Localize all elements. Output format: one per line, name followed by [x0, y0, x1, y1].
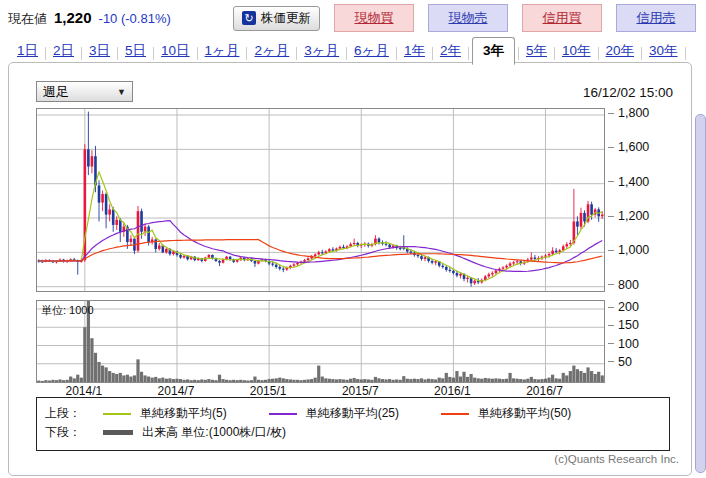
refresh-icon: ↻: [242, 11, 256, 25]
cash-buy-button[interactable]: 現物買: [334, 4, 414, 32]
legend-upper-title: 上段：: [45, 405, 81, 422]
tab-1ヶ月[interactable]: 1ヶ月: [198, 42, 247, 63]
cash-sell-button[interactable]: 現物売: [428, 4, 508, 32]
tab-separator: [468, 47, 469, 60]
tab-3日[interactable]: 3日: [82, 42, 117, 63]
x-axis-label: 2016/7: [526, 384, 563, 398]
tab-10年[interactable]: 10年: [555, 42, 598, 63]
legend-lower-row: 下段： 出来高 単位:(1000株/口/枚): [45, 423, 661, 442]
x-axis-label: 2015/7: [342, 384, 379, 398]
tab-3年[interactable]: 3年: [472, 37, 515, 65]
ma-line-swatch: [103, 413, 131, 415]
price-axis-label: 1,400: [608, 175, 649, 189]
header-actions: ↻ 株価更新 現物買現物売信用買信用売: [233, 4, 696, 32]
legend-lower-title: 下段：: [45, 424, 81, 441]
volume-axis-label: 150: [608, 318, 639, 332]
refresh-label: 株価更新: [261, 10, 311, 27]
margin-sell-button[interactable]: 信用売: [616, 4, 696, 32]
tab-1年[interactable]: 1年: [397, 42, 432, 63]
chart-legend: 上段： 単純移動平均(5)単純移動平均(25)単純移動平均(50) 下段： 出来…: [36, 397, 670, 451]
tab-5日[interactable]: 5日: [118, 42, 153, 63]
x-axis-label: 2015/1: [250, 384, 287, 398]
tab-20年[interactable]: 20年: [599, 42, 642, 63]
interval-select[interactable]: 週足 ▼: [36, 81, 133, 102]
price-axis-label: 1,800: [608, 106, 649, 120]
ma-line-swatch: [441, 413, 469, 415]
quote-header: 現在値 1,220 -10 (-0.81%) ↻ 株価更新 現物買現物売信用買信…: [8, 4, 698, 32]
current-price-value: 1,220: [54, 9, 92, 26]
period-tabs: 1日2日3日5日10日1ヶ月2ヶ月3ヶ月6ヶ月1年2年3年5年10年20年30年: [10, 40, 686, 63]
price-axis-label: 1,200: [608, 209, 649, 223]
tab-10日[interactable]: 10日: [154, 42, 197, 63]
refresh-quote-button[interactable]: ↻ 株価更新: [233, 6, 320, 31]
volume-axis-label: 200: [608, 300, 639, 314]
tab-30年[interactable]: 30年: [642, 42, 685, 63]
ma-legend-label: 単純移動平均(5): [140, 405, 227, 422]
price-change: -10 (-0.81%): [99, 11, 171, 26]
price-axis-label: 1,600: [608, 140, 649, 154]
ma-line-swatch: [269, 413, 297, 415]
copyright: (c)Quants Research Inc.: [554, 453, 679, 465]
chevron-down-icon: ▼: [117, 87, 126, 97]
quote-timestamp: 16/12/02 15:00: [583, 85, 673, 100]
x-axis-label: 2016/1: [434, 384, 471, 398]
tab-3ヶ月[interactable]: 3ヶ月: [297, 42, 346, 63]
legend-upper-items: 単純移動平均(5)単純移動平均(25)単純移動平均(50): [103, 405, 613, 422]
volume-swatch: [103, 430, 133, 435]
tab-1日[interactable]: 1日: [10, 42, 45, 63]
stock-chart-page: 現在値 1,220 -10 (-0.81%) ↻ 株価更新 現物買現物売信用買信…: [0, 0, 706, 478]
trade-buttons: 現物買現物売信用買信用売: [334, 4, 696, 32]
price-axis-label: 800: [608, 278, 639, 292]
margin-buy-button[interactable]: 信用買: [522, 4, 602, 32]
current-price-label: 現在値: [8, 10, 47, 28]
volume-chart: [36, 300, 605, 383]
tab-separator: [685, 47, 686, 60]
tab-2日[interactable]: 2日: [46, 42, 81, 63]
x-axis-label: 2014/1: [65, 384, 102, 398]
current-price-group: 現在値 1,220 -10 (-0.81%): [8, 9, 171, 28]
interval-value: 週足: [43, 83, 69, 101]
ma-legend-label: 単純移動平均(50): [478, 405, 571, 422]
tab-6ヶ月[interactable]: 6ヶ月: [347, 42, 396, 63]
volume-axis-label: 50: [608, 355, 632, 369]
price-chart: [36, 108, 605, 292]
ma-legend-label: 単純移動平均(25): [306, 405, 399, 422]
volume-unit-label: 単位: 1000: [41, 303, 94, 318]
volume-axis-label: 100: [608, 337, 639, 351]
volume-legend-label: 出来高 単位:(1000株/口/枚): [142, 424, 286, 441]
vertical-scrollbar[interactable]: [695, 114, 706, 473]
price-axis-label: 1,000: [608, 243, 649, 257]
tab-5年[interactable]: 5年: [519, 42, 554, 63]
chart-panel: 週足 ▼ 16/12/02 15:00 単位: 1000 上段： 単純移動平均(…: [8, 62, 692, 476]
legend-upper-row: 上段： 単純移動平均(5)単純移動平均(25)単純移動平均(50): [45, 404, 661, 423]
tab-2ヶ月[interactable]: 2ヶ月: [247, 42, 296, 63]
tab-2年[interactable]: 2年: [433, 42, 468, 63]
x-axis-label: 2014/7: [158, 384, 195, 398]
